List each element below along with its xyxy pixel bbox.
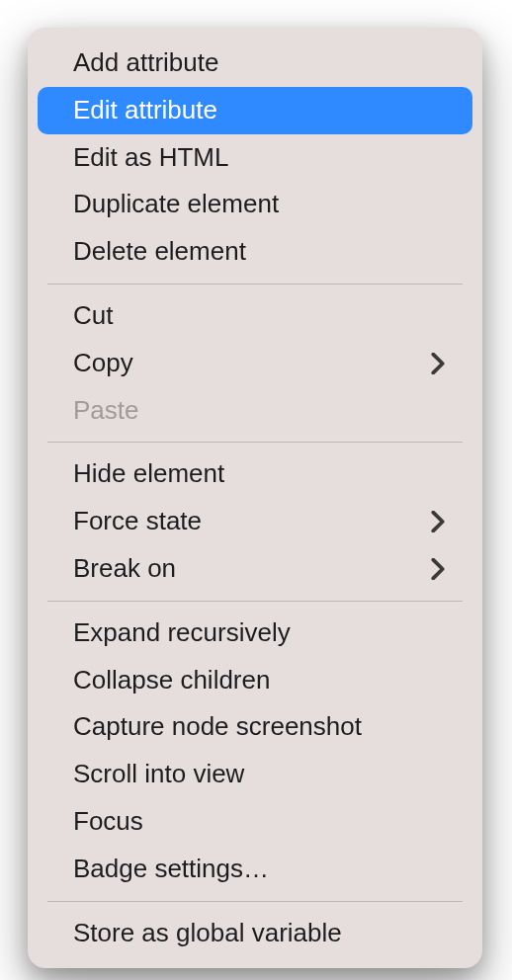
context-menu[interactable]: Add attributeEdit attributeEdit as HTMLD… <box>28 28 482 968</box>
menu-separator <box>47 601 463 602</box>
menu-item-label: Force state <box>73 505 202 538</box>
menu-item-label: Edit attribute <box>73 94 217 127</box>
menu-item-edit-as-html[interactable]: Edit as HTML <box>38 134 472 182</box>
menu-item-delete-element[interactable]: Delete element <box>38 228 472 276</box>
menu-item-label: Hide element <box>73 457 224 491</box>
menu-item-duplicate-element[interactable]: Duplicate element <box>38 181 472 228</box>
chevron-right-icon <box>431 558 445 580</box>
chevron-right-icon <box>431 511 445 532</box>
menu-item-label: Expand recursively <box>73 616 291 650</box>
menu-separator <box>47 901 463 902</box>
menu-item-label: Paste <box>73 394 139 428</box>
menu-item-force-state[interactable]: Force state <box>38 498 472 545</box>
menu-item-label: Add attribute <box>73 46 218 80</box>
menu-item-store-as-global-variable[interactable]: Store as global variable <box>38 910 472 957</box>
menu-item-label: Focus <box>73 805 143 839</box>
menu-separator <box>47 284 463 285</box>
menu-item-focus[interactable]: Focus <box>38 798 472 846</box>
menu-item-label: Delete element <box>73 235 246 269</box>
chevron-right-icon <box>431 353 445 374</box>
menu-item-label: Copy <box>73 347 133 380</box>
menu-item-copy[interactable]: Copy <box>38 340 472 387</box>
menu-item-cut[interactable]: Cut <box>38 292 472 340</box>
menu-item-scroll-into-view[interactable]: Scroll into view <box>38 751 472 798</box>
menu-item-label: Cut <box>73 299 113 333</box>
menu-item-edit-attribute[interactable]: Edit attribute <box>38 87 472 134</box>
menu-item-expand-recursively[interactable]: Expand recursively <box>38 610 472 657</box>
menu-item-label: Badge settings… <box>73 853 269 886</box>
menu-item-label: Edit as HTML <box>73 141 229 175</box>
menu-item-label: Break on <box>73 552 176 586</box>
menu-item-paste: Paste <box>38 387 472 435</box>
menu-item-break-on[interactable]: Break on <box>38 545 472 593</box>
menu-item-hide-element[interactable]: Hide element <box>38 450 472 498</box>
menu-item-add-attribute[interactable]: Add attribute <box>38 40 472 87</box>
menu-item-label: Collapse children <box>73 664 270 697</box>
menu-separator <box>47 442 463 443</box>
menu-item-badge-settings[interactable]: Badge settings… <box>38 846 472 893</box>
menu-item-label: Scroll into view <box>73 758 244 791</box>
menu-item-capture-node-screenshot[interactable]: Capture node screenshot <box>38 703 472 751</box>
menu-item-label: Duplicate element <box>73 188 279 221</box>
menu-item-label: Capture node screenshot <box>73 710 362 744</box>
menu-item-label: Store as global variable <box>73 917 342 950</box>
menu-item-collapse-children[interactable]: Collapse children <box>38 657 472 704</box>
